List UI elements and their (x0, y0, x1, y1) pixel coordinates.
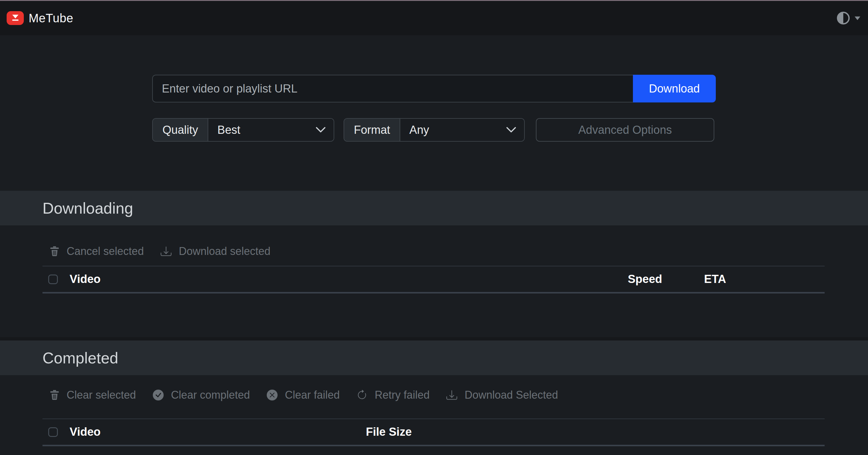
download-selected-button[interactable]: Download selected (161, 245, 270, 258)
clear-completed-button[interactable]: Clear completed (153, 389, 250, 401)
check-circle-icon (153, 390, 164, 400)
completed-body: Clear selected Clear completed Clear fai… (0, 375, 868, 455)
url-input[interactable] (152, 75, 633, 102)
column-video: Video (70, 425, 366, 438)
downloading-header: Downloading (0, 191, 868, 225)
column-file-size: File Size (366, 425, 825, 438)
cancel-selected-button[interactable]: Cancel selected (50, 245, 144, 258)
download-button[interactable]: Download (633, 75, 716, 102)
action-label: Cancel selected (67, 245, 144, 258)
download-icon (446, 390, 457, 400)
brand-title: MeTube (29, 11, 73, 25)
quality-label: Quality (153, 119, 208, 141)
download-icon (161, 246, 172, 257)
format-group: Format Any (344, 118, 525, 142)
format-selected-value: Any (409, 124, 429, 136)
action-label: Download Selected (464, 389, 558, 401)
select-all-checkbox[interactable] (48, 274, 58, 284)
header-checkbox-cell (42, 427, 70, 437)
format-label: Format (344, 119, 400, 141)
metube-logo (7, 11, 24, 25)
clear-failed-button[interactable]: Clear failed (267, 389, 340, 401)
quality-selected-value: Best (217, 124, 240, 136)
chevron-down-icon (506, 127, 516, 133)
format-select[interactable]: Any (400, 119, 524, 141)
completed-title: Completed (42, 349, 118, 367)
retry-icon (356, 390, 367, 400)
navbar: MeTube (0, 1, 868, 35)
action-label: Download selected (179, 245, 270, 258)
downloading-body: Cancel selected Download selected Video … (0, 225, 868, 337)
quality-select[interactable]: Best (208, 119, 334, 141)
completed-empty-area (0, 446, 868, 455)
column-eta: ETA (704, 273, 825, 286)
downloading-title: Downloading (42, 199, 133, 217)
completed-header: Completed (0, 340, 868, 375)
completed-actions: Clear selected Clear completed Clear fai… (0, 375, 868, 403)
completed-table: Video File Size (42, 419, 825, 446)
theme-toggle[interactable] (837, 11, 863, 25)
clear-selected-button[interactable]: Clear selected (50, 389, 136, 401)
chevron-down-icon (315, 127, 326, 133)
circle-half-icon (837, 11, 850, 25)
action-label: Clear failed (285, 389, 340, 401)
download-logo-icon (10, 14, 21, 22)
completed-section: Completed Clear selected Clear completed (0, 340, 868, 455)
downloading-empty-area (0, 293, 868, 337)
quality-group: Quality Best (152, 118, 334, 142)
download-selected-button[interactable]: Download Selected (446, 389, 558, 401)
add-download-panel: Download Quality Best Format Any Advance… (0, 35, 868, 191)
x-circle-icon (267, 390, 278, 400)
downloading-table: Video Speed ETA (42, 266, 825, 293)
column-video: Video (70, 273, 628, 286)
completed-table-header: Video File Size (42, 419, 825, 446)
options-row: Quality Best Format Any Advanced Options (152, 118, 716, 142)
url-row: Download (152, 75, 716, 102)
retry-failed-button[interactable]: Retry failed (356, 389, 430, 401)
downloading-section: Downloading Cancel selected Download sel… (0, 191, 868, 337)
column-speed: Speed (628, 273, 704, 286)
downloading-actions: Cancel selected Download selected (0, 225, 868, 258)
brand[interactable]: MeTube (7, 11, 73, 25)
action-label: Clear completed (171, 389, 250, 401)
select-all-checkbox[interactable] (48, 427, 58, 437)
caret-down-icon (854, 16, 861, 21)
trash-icon (50, 246, 59, 257)
downloading-table-header: Video Speed ETA (42, 266, 825, 293)
header-checkbox-cell (42, 274, 70, 284)
action-label: Retry failed (375, 389, 430, 401)
trash-icon (50, 389, 59, 401)
advanced-options-button[interactable]: Advanced Options (536, 118, 714, 142)
action-label: Clear selected (67, 389, 136, 401)
page-background-gap (0, 337, 868, 340)
